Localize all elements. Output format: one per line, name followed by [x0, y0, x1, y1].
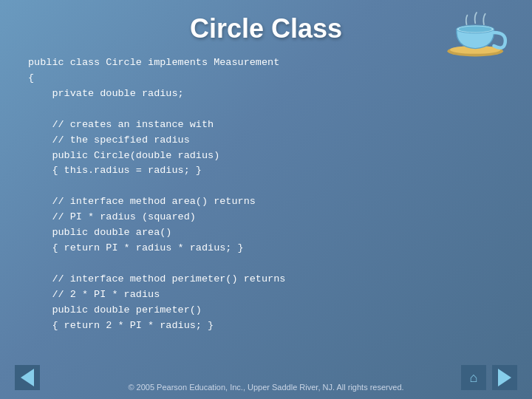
prev-button[interactable]	[15, 365, 40, 390]
footer: © 2005 Pearson Education, Inc., Upper Sa…	[0, 377, 532, 399]
home-icon: ⌂	[470, 370, 478, 386]
footer-copyright: © 2005 Pearson Education, Inc., Upper Sa…	[128, 383, 403, 392]
prev-arrow-icon	[21, 369, 34, 386]
next-arrow-icon	[498, 369, 511, 386]
slide: Circle Class public class Circle impleme…	[0, 0, 532, 399]
slide-title: Circle Class	[190, 13, 342, 44]
next-button[interactable]	[492, 365, 517, 390]
code-block: public class Circle implements Measureme…	[28, 55, 504, 334]
title-area: Circle Class	[0, 0, 532, 52]
content-area: public class Circle implements Measureme…	[0, 52, 532, 377]
home-button[interactable]: ⌂	[461, 365, 486, 390]
